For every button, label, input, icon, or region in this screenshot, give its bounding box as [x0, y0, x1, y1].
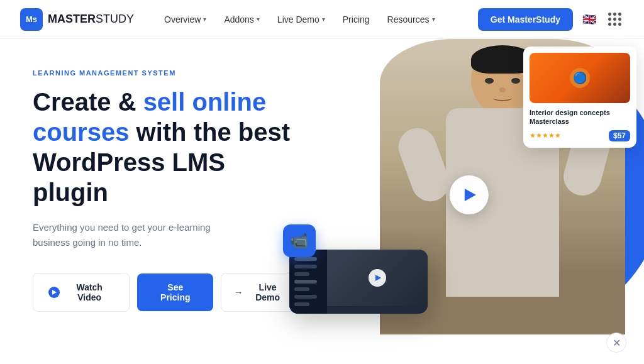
- chevron-down-icon: ▾: [257, 16, 260, 23]
- panel-main: [327, 250, 428, 314]
- chevron-down-icon: ▾: [432, 16, 435, 23]
- logo-text: MASTERSTUDY: [48, 13, 134, 26]
- zoom-icon-card: 📹: [283, 224, 316, 257]
- sidebar-item: [294, 265, 317, 268]
- nav-item-overview[interactable]: Overview ▾: [157, 9, 214, 30]
- hero-right: 🔵 Interior design concepts Masterclass ★…: [302, 39, 644, 364]
- chevron-down-icon: ▾: [322, 16, 325, 23]
- chevron-down-icon: ▾: [203, 16, 206, 23]
- hero-subtext: Everything you need to get your e-learni…: [33, 220, 234, 250]
- hero-left: LEARNING MANAGEMENT SYSTEM Create & sell…: [0, 39, 302, 364]
- video-play-icon[interactable]: [369, 269, 386, 287]
- nav-links: Overview ▾ Addons ▾ Live Demo ▾ Pricing …: [157, 9, 478, 30]
- watch-video-button[interactable]: Watch Video: [33, 273, 130, 312]
- hero-section: LEARNING MANAGEMENT SYSTEM Create & sell…: [0, 39, 644, 364]
- nav-item-addons[interactable]: Addons ▾: [216, 9, 267, 30]
- nav-item-livedemo[interactable]: Live Demo ▾: [270, 9, 333, 30]
- blender-icon: 🔵: [570, 68, 590, 88]
- logo[interactable]: Ms MASTERSTUDY: [20, 8, 134, 31]
- hero-badge: LEARNING MANAGEMENT SYSTEM: [33, 69, 302, 77]
- course-stars: ★★★★★: [530, 131, 561, 140]
- grid-menu-icon[interactable]: [606, 10, 624, 28]
- nav-item-resources[interactable]: Resources ▾: [380, 9, 443, 30]
- course-price: $57: [609, 130, 630, 141]
- video-play-button[interactable]: [450, 175, 489, 214]
- play-icon: [48, 287, 60, 298]
- sidebar-item: [294, 280, 317, 284]
- sidebar-item: [294, 272, 309, 276]
- sidebar-item: [294, 295, 317, 299]
- video-panel-content: [289, 250, 428, 314]
- video-panel: [289, 250, 428, 314]
- hero-headline: Create & sell online courses with the be…: [33, 87, 302, 207]
- course-card-bottom: ★★★★★ $57: [530, 130, 630, 141]
- nav-item-pricing[interactable]: Pricing: [335, 9, 377, 30]
- arrow-right-icon: →: [234, 287, 243, 297]
- logo-icon: Ms: [20, 8, 43, 31]
- video-thumbnail: [327, 250, 428, 306]
- language-flag[interactable]: 🇬🇧: [580, 13, 598, 26]
- see-pricing-button[interactable]: See Pricing: [137, 273, 213, 311]
- sidebar-item: [294, 287, 309, 291]
- course-card-title: Interior design concepts Masterclass: [530, 108, 630, 126]
- course-card: 🔵 Interior design concepts Masterclass ★…: [523, 47, 636, 148]
- sidebar-item: [294, 302, 309, 306]
- hero-buttons: Watch Video See Pricing → Live Demo: [33, 273, 302, 312]
- panel-sidebar: [289, 250, 327, 314]
- get-masterstudy-button[interactable]: Get MasterStudy: [478, 8, 573, 31]
- close-button[interactable]: ✕: [606, 333, 626, 353]
- sidebar-item: [294, 257, 317, 261]
- navbar: Ms MASTERSTUDY Overview ▾ Addons ▾ Live …: [0, 0, 644, 39]
- nav-right: Get MasterStudy 🇬🇧: [478, 8, 624, 31]
- video-camera-icon: 📹: [290, 232, 309, 250]
- course-card-thumbnail: 🔵: [530, 53, 630, 103]
